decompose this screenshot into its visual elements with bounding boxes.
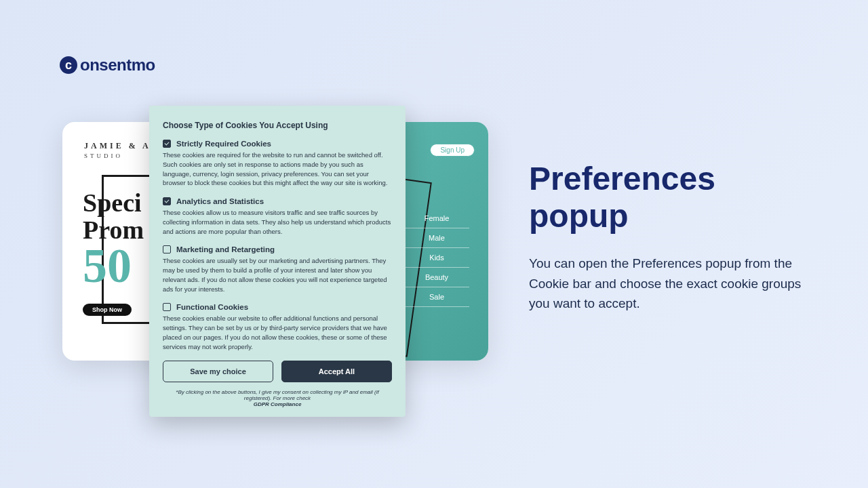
logo-mark-icon: c: [60, 56, 77, 74]
cookie-group-desc: These cookies are usually set by our mar…: [163, 256, 392, 293]
preferences-popup: Choose Type of Cookies You Accept Using …: [149, 106, 406, 417]
cookie-group: Marketing and Retargeting These cookies …: [163, 245, 392, 293]
checkbox-icon[interactable]: [163, 140, 171, 148]
cookie-group-name: Functional Cookies: [176, 303, 248, 311]
cookie-group: Analytics and Statistics These cookies a…: [163, 197, 392, 236]
accept-all-button[interactable]: Accept All: [281, 361, 392, 382]
sign-up-button[interactable]: Sign Up: [430, 144, 475, 157]
gdpr-link[interactable]: GDPR Compliance: [254, 401, 302, 407]
cookie-group: Functional Cookies These cookies enable …: [163, 303, 392, 351]
promo-discount: 50: [83, 244, 144, 288]
checkbox-icon[interactable]: [163, 245, 171, 253]
shop-now-button[interactable]: Shop Now: [83, 304, 132, 316]
cookie-group-desc: These cookies enable our website to offe…: [163, 314, 392, 351]
checkbox-icon[interactable]: [163, 303, 171, 311]
popup-title: Choose Type of Cookies You Accept Using: [163, 121, 392, 130]
category-list: Female Male Kids Beauty Sale: [404, 209, 469, 307]
cookie-group-desc: These cookies allow us to measure visito…: [163, 208, 392, 236]
feature-callout: Preferences popup You can open the Prefe…: [529, 160, 814, 314]
cookie-group-name: Strictly Required Cookies: [176, 140, 271, 148]
mockup-stage: JAMIE & AN STUDIO Speci Prom 50 Shop Now…: [62, 122, 488, 427]
category-item[interactable]: Beauty: [404, 268, 469, 287]
category-item[interactable]: Kids: [404, 248, 469, 268]
category-item[interactable]: Female: [404, 209, 469, 228]
logo-wordmark: onsentmo: [80, 56, 155, 75]
save-choice-button[interactable]: Save my choice: [163, 361, 273, 382]
popup-footnote: *By clicking on the above buttons, I giv…: [163, 389, 392, 407]
category-item[interactable]: Sale: [404, 287, 469, 307]
promo-block: Speci Prom 50: [83, 190, 144, 288]
brand-logo: c onsentmo: [60, 56, 155, 75]
promo-line: Speci: [83, 190, 144, 217]
cookie-group-name: Analytics and Statistics: [176, 197, 264, 205]
cookie-group: Strictly Required Cookies These cookies …: [163, 140, 392, 188]
cookie-group-desc: These cookies are required for the websi…: [163, 150, 392, 188]
category-item[interactable]: Male: [404, 228, 469, 248]
checkbox-icon[interactable]: [163, 197, 171, 205]
cookie-group-name: Marketing and Retargeting: [176, 245, 275, 253]
feature-desc: You can open the Preferences popup from …: [529, 253, 814, 313]
feature-title: Preferences popup: [529, 160, 814, 235]
